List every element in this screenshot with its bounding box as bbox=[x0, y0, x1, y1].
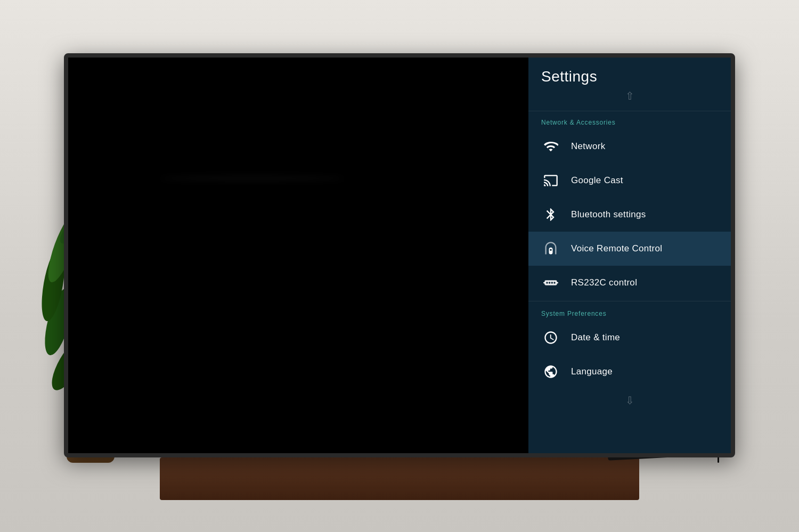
section-system-preferences: System Preferences Date & time bbox=[528, 302, 731, 389]
menu-label-rs232c: RS232C control bbox=[571, 277, 637, 288]
menu-label-network: Network bbox=[571, 141, 605, 152]
tv-stand bbox=[160, 457, 639, 500]
menu-label-google-cast: Google Cast bbox=[571, 175, 623, 186]
globe-icon bbox=[541, 362, 560, 381]
svg-rect-21 bbox=[557, 282, 559, 283]
cast-icon bbox=[541, 171, 560, 190]
menu-item-network[interactable]: Network bbox=[528, 129, 731, 163]
menu-item-rs232c[interactable]: RS232C control bbox=[528, 266, 731, 300]
svg-point-17 bbox=[549, 282, 551, 284]
menu-label-voice-remote: Voice Remote Control bbox=[571, 243, 662, 254]
menu-item-language[interactable]: Language bbox=[528, 355, 731, 389]
section-label-system: System Preferences bbox=[528, 302, 731, 321]
section-divider bbox=[528, 301, 731, 301]
bluetooth-icon bbox=[541, 205, 560, 224]
menu-item-google-cast[interactable]: Google Cast bbox=[528, 163, 731, 198]
svg-rect-20 bbox=[543, 282, 545, 283]
section-label-network: Network & Accessories bbox=[528, 111, 731, 129]
settings-header: Settings ⇧ bbox=[528, 58, 731, 111]
screen-reflection bbox=[160, 176, 345, 181]
menu-item-datetime[interactable]: Date & time bbox=[528, 321, 731, 355]
menu-label-language: Language bbox=[571, 366, 613, 377]
settings-title: Settings bbox=[541, 68, 718, 85]
rs232c-icon bbox=[541, 273, 560, 292]
svg-point-16 bbox=[546, 282, 548, 284]
svg-point-19 bbox=[553, 282, 556, 284]
clock-icon bbox=[541, 328, 560, 347]
section-network-accessories: Network & Accessories Network Google Cas… bbox=[528, 111, 731, 300]
wifi-icon bbox=[541, 137, 560, 156]
scroll-up-indicator: ⇧ bbox=[541, 89, 718, 102]
remote-icon bbox=[541, 239, 560, 258]
scroll-down-indicator: ⇩ bbox=[528, 389, 731, 412]
svg-point-14 bbox=[550, 249, 552, 251]
tv-frame: Settings ⇧ Network & Accessories Network bbox=[64, 53, 735, 457]
menu-label-datetime: Date & time bbox=[571, 332, 620, 343]
menu-label-bluetooth: Bluetooth settings bbox=[571, 209, 646, 220]
settings-panel: Settings ⇧ Network & Accessories Network bbox=[528, 58, 731, 453]
svg-point-18 bbox=[551, 282, 553, 284]
tv-screen bbox=[68, 58, 528, 453]
menu-item-voice-remote[interactable]: Voice Remote Control bbox=[528, 232, 731, 266]
menu-item-bluetooth[interactable]: Bluetooth settings bbox=[528, 198, 731, 232]
